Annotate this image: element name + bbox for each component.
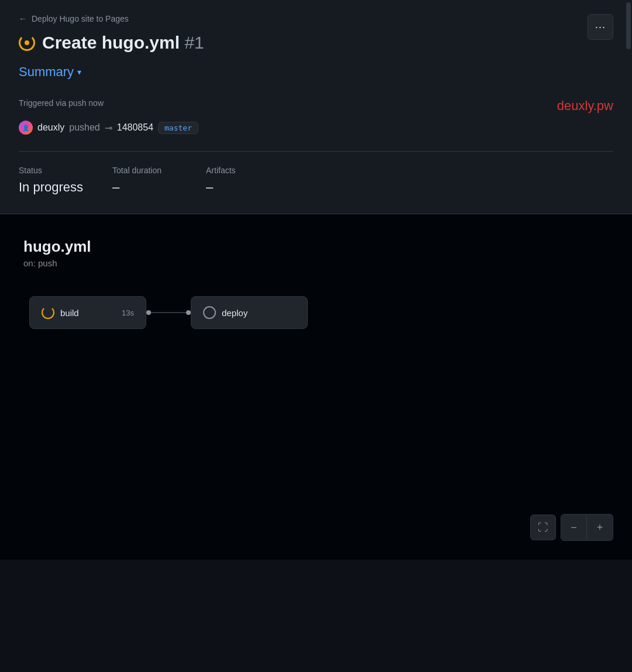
deploy-status-circle (203, 306, 216, 319)
bottom-toolbar: ⛶ − + (530, 514, 613, 541)
zoom-in-button[interactable]: + (587, 515, 613, 540)
back-nav[interactable]: ← Deploy Hugo site to Pages (19, 14, 613, 23)
connector-dot-left (146, 310, 151, 315)
page-title-run-number: #1 (184, 33, 204, 52)
push-info: 👤 deuxly pushed ⊸ 1480854 master (19, 121, 613, 135)
artifacts-col: Artifacts – (206, 166, 300, 195)
scrollbar-thumb (626, 2, 631, 49)
page-title-row: Create hugo.yml #1 (19, 33, 613, 53)
connector-dot-right (186, 310, 191, 315)
trigger-info: Triggered via push now deuxly.pw (19, 98, 613, 114)
duration-value: – (112, 180, 206, 195)
scrollbar-track[interactable] (625, 0, 632, 214)
artifacts-value: – (206, 180, 300, 195)
pusher-name[interactable]: deuxly (37, 122, 64, 133)
build-job-duration: 13s (122, 308, 134, 317)
avatar: 👤 (19, 121, 33, 135)
chevron-down-icon[interactable]: ▾ (77, 67, 81, 77)
domain-link[interactable]: deuxly.pw (557, 98, 613, 114)
commit-icon: ⊸ (105, 122, 112, 133)
bottom-panel: hugo.yml on: push build 13s deploy ⛶ − + (0, 214, 632, 560)
run-status-spinner (19, 35, 35, 51)
push-action-text: pushed (69, 122, 100, 133)
status-value: In progress (19, 180, 112, 195)
build-status-spinner (42, 306, 54, 319)
build-job-name: build (60, 308, 79, 318)
divider (19, 151, 613, 152)
more-options-button[interactable]: ··· (588, 14, 613, 40)
status-col: Status In progress (19, 166, 112, 195)
duration-col: Total duration – (112, 166, 206, 195)
connector-line (151, 312, 186, 313)
branch-badge[interactable]: master (158, 122, 198, 134)
page-title: Create hugo.yml #1 (42, 33, 204, 53)
summary-tab[interactable]: Summary ▾ (19, 64, 613, 80)
duration-label: Total duration (112, 166, 206, 175)
fit-to-screen-button[interactable]: ⛶ (530, 515, 556, 540)
artifacts-label: Artifacts (206, 166, 300, 175)
summary-tab-label[interactable]: Summary (19, 64, 74, 80)
deploy-job-name: deploy (222, 308, 248, 318)
workflow-graph: build 13s deploy (23, 296, 609, 329)
job-connector (146, 310, 191, 315)
stats-row: Status In progress Total duration – Arti… (19, 166, 613, 195)
commit-hash[interactable]: 1480854 (117, 122, 153, 133)
back-nav-label: Deploy Hugo site to Pages (32, 14, 129, 23)
zoom-out-button[interactable]: − (561, 515, 587, 540)
back-arrow-icon: ← (19, 14, 27, 23)
page-title-text: Create hugo.yml (42, 33, 180, 52)
workflow-title: hugo.yml (23, 238, 609, 256)
job-card-deploy[interactable]: deploy (191, 296, 308, 329)
top-panel: ← Deploy Hugo site to Pages Create hugo.… (0, 0, 632, 214)
job-card-build[interactable]: build 13s (29, 296, 146, 329)
status-label: Status (19, 166, 112, 175)
workflow-trigger: on: push (23, 258, 609, 268)
zoom-controls: − + (561, 514, 613, 541)
trigger-text: Triggered via push now (19, 98, 104, 108)
